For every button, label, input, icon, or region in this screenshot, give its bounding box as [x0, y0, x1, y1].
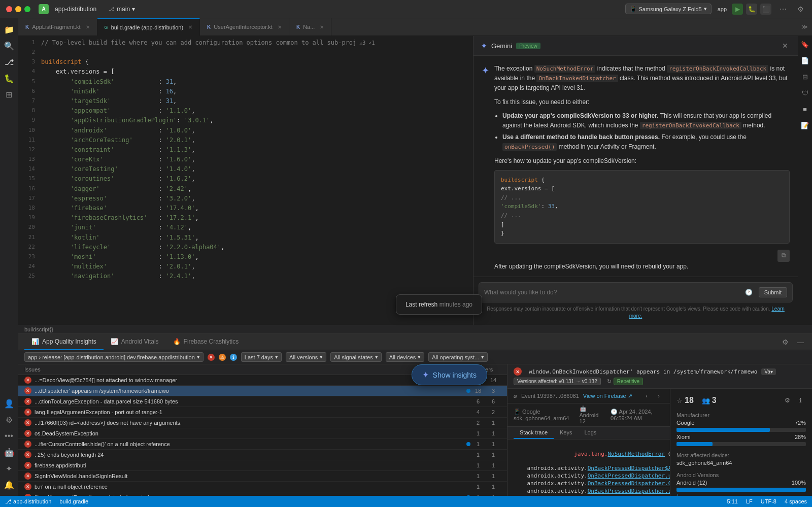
run-button[interactable]: ▶: [732, 4, 743, 15]
tab-firebase-crashlytics[interactable]: 🔥 Firebase Crashlytics: [166, 334, 246, 350]
side-structure-icon[interactable]: ⊟: [798, 69, 812, 85]
logs-tab[interactable]: Logs: [579, 427, 603, 439]
setenabled-link[interactable]: OnBackPressedDispatcher.setEnabled(OnBac…: [588, 488, 670, 494]
issue-row-2[interactable]: ✕ ...dDispatcher' appears in /system/fra…: [18, 386, 507, 396]
tab-buildgradle[interactable]: G build.gradle (app-distribution) ✕: [97, 18, 200, 36]
close-icon[interactable]: ✕: [278, 24, 282, 30]
tab-android-vitals[interactable]: 📈 Android Vitals: [104, 334, 166, 350]
versions-filter[interactable]: All versions ▾: [286, 352, 326, 362]
activity-settings-bottom[interactable]: ⚙: [2, 413, 16, 427]
stack-trace[interactable]: java.lang.NoSuchMethodError Create break…: [507, 440, 670, 496]
issue-row-6[interactable]: ✕ os.DeadSystemException 1 1: [18, 428, 507, 439]
tab-na[interactable]: K Na... ✕: [289, 18, 331, 36]
nosuch-link[interactable]: NoSuchMethodError: [607, 451, 665, 457]
issue-row-12[interactable]: ✕ IllegalArgumentException - pointerInde…: [18, 492, 507, 496]
line-ending[interactable]: LF: [746, 498, 753, 504]
devices-filter[interactable]: All devices ▾: [386, 352, 425, 362]
encoding[interactable]: UTF-8: [761, 498, 776, 504]
close-panel-icon[interactable]: —: [795, 336, 806, 348]
activity-accounts[interactable]: 👤: [2, 396, 16, 411]
tab-aqi[interactable]: 📊 App Quality Insights: [24, 334, 104, 350]
traffic-lights[interactable]: [6, 6, 30, 12]
maximize-button[interactable]: [24, 6, 30, 12]
issue-row-9[interactable]: ✕ firebase.appdistributi 1 1: [18, 460, 507, 471]
clock-icon[interactable]: 🕐: [743, 287, 755, 298]
project-name: app-distribution: [55, 6, 96, 13]
view-on-firebase-link[interactable]: View on Firebase ↗: [583, 393, 632, 399]
side-shield-icon[interactable]: 🛡: [798, 85, 812, 101]
indent-size[interactable]: 4 spaces: [785, 498, 807, 504]
issue-row-5[interactable]: ✕ ...f17660f(03) id=<address>} does not …: [18, 418, 507, 428]
breadcrumb-dropdown[interactable]: app › release: [app-distribution-android…: [24, 352, 204, 362]
next-event-button[interactable]: ›: [654, 391, 664, 401]
gemini-text: The exception NoSuchMethodError indicate…: [494, 64, 790, 276]
stack-line-3: androidx.activity.OnBackPressedDispatche…: [514, 472, 664, 480]
more-tabs-button[interactable]: ≫: [797, 23, 812, 30]
keys-tab[interactable]: Keys: [554, 427, 578, 439]
gemini-header: ✦ Gemini Preview ✕: [473, 36, 798, 56]
issue-row-7[interactable]: ✕ ...ifierCursorController.hide()' on a …: [18, 439, 507, 450]
activity-folder[interactable]: 📁: [2, 22, 16, 37]
gemini-input[interactable]: [484, 289, 739, 296]
branch-selector[interactable]: ⎇ main ▾: [109, 6, 135, 13]
dispatcher-link[interactable]: OnBackPressedDispatcher$Api33Impl.regist…: [588, 465, 670, 471]
variant-badge[interactable]: Va▾: [761, 368, 776, 375]
cursor-position[interactable]: 5:11: [727, 498, 738, 504]
code-line-8: 8 'appcompat' : '1.1.0',: [18, 106, 473, 116]
update-link[interactable]: OnBackPressedDispatcher.updateOnBackInvo…: [588, 472, 670, 479]
code-editor[interactable]: 1 // Top-level build file where you can …: [18, 36, 473, 325]
device-selector[interactable]: 📱 Samsung Galaxy Z Fold5 ▾: [625, 4, 712, 14]
side-files-icon[interactable]: 📄: [798, 52, 812, 69]
stop-button[interactable]: ⬛: [760, 4, 771, 15]
side-bookmarks-icon[interactable]: 🔖: [798, 36, 812, 52]
activity-gemini[interactable]: ✦: [2, 461, 16, 476]
gemini-title: Gemini: [491, 42, 512, 50]
app-dropdown[interactable]: app: [718, 6, 727, 12]
android12-bar-bg: [676, 488, 806, 492]
settings-panel-icon[interactable]: ⚙: [780, 336, 791, 348]
activity-more[interactable]: •••: [2, 429, 16, 443]
tab-useragent[interactable]: K UserAgentInterceptor.kt ✕: [200, 18, 289, 36]
close-icon[interactable]: ✕: [86, 24, 90, 30]
tab-applistfragment[interactable]: K AppListFragment.kt ✕: [18, 18, 97, 36]
stack-trace-tab[interactable]: Stack trace: [514, 427, 554, 439]
close-icon[interactable]: ✕: [188, 24, 192, 30]
close-icon[interactable]: ✕: [320, 24, 324, 30]
debug-button[interactable]: 🐛: [746, 4, 757, 15]
prev-event-button[interactable]: ‹: [641, 391, 652, 401]
signals-filter[interactable]: All signal states ▾: [330, 352, 381, 362]
copy-code-button[interactable]: ⧉: [777, 250, 790, 262]
issue-row-4[interactable]: ✕ lang.IllegalArgumentException - port o…: [18, 407, 507, 418]
activity-git[interactable]: ⎇: [2, 55, 16, 69]
activity-search[interactable]: 🔍: [2, 39, 16, 53]
issue-row-3[interactable]: ✕ ...ctionTooLargeException - data parce…: [18, 396, 507, 407]
activity-debug[interactable]: 🐛: [2, 71, 16, 85]
filter-error-icon[interactable]: ✕: [208, 354, 215, 361]
aqi-icon: 📊: [31, 338, 39, 345]
activity-android[interactable]: 🤖: [2, 445, 16, 459]
stack-line-5: androidx.activity.OnBackPressedDispatche…: [514, 487, 664, 495]
issues-right-body: ⌀ Event 193987...086081 View on Firebase…: [507, 389, 812, 496]
os-filter[interactable]: All operating syst... ▾: [428, 352, 488, 362]
close-button[interactable]: [6, 6, 12, 12]
minimize-button[interactable]: [15, 6, 21, 12]
show-insights-overlay[interactable]: ✦ Show insights: [412, 364, 487, 385]
learn-more-link[interactable]: Learn more.: [629, 306, 785, 319]
settings-button[interactable]: ⚙: [795, 4, 806, 15]
activity-extensions[interactable]: ⊞: [2, 87, 16, 102]
activity-notifications[interactable]: 🔔: [2, 478, 16, 492]
lambda-link[interactable]: OnBackPressedDispatcher.OnBackPressedCal…: [588, 480, 670, 487]
gemini-close-icon[interactable]: ✕: [780, 40, 791, 51]
settings-stats-icon[interactable]: ⚙: [782, 395, 793, 406]
gemini-content[interactable]: ✦ The exception NoSuchMethodError indica…: [473, 56, 798, 277]
time-filter[interactable]: Last 7 days ▾: [241, 352, 282, 362]
issue-row-10[interactable]: ✕ SignInViewModel.handleSignInResult 1 1: [18, 471, 507, 482]
file-status: build.gradle: [59, 498, 88, 504]
side-notes-icon[interactable]: 📝: [798, 117, 812, 133]
search-button[interactable]: ⋯: [777, 4, 789, 15]
issue-row-11[interactable]: ✕ b.n' on a null object reference 1 1: [18, 482, 507, 492]
info-stats-icon[interactable]: ℹ: [795, 395, 806, 406]
issue-row-8[interactable]: ✕ . 25) ends beyond length 24 1 1: [18, 450, 507, 460]
gemini-submit-button[interactable]: Submit: [759, 287, 787, 297]
side-details-icon[interactable]: ≡: [798, 101, 812, 117]
